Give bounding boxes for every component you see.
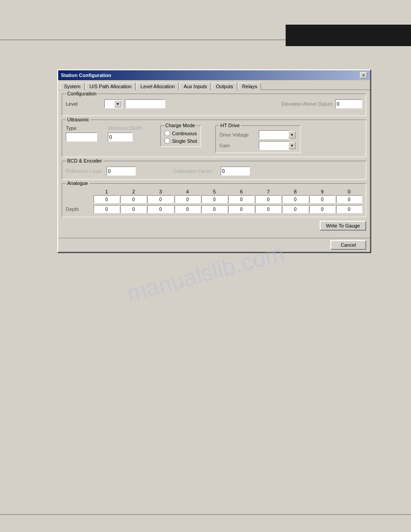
- top-bar-black: [286, 25, 411, 46]
- analogue-r1-c1[interactable]: [94, 195, 120, 203]
- analogue-r1-c10[interactable]: [336, 195, 362, 203]
- col-header-6: 6: [228, 189, 254, 194]
- col-header-7: 7: [255, 189, 281, 194]
- analogue-row1-label: [66, 195, 93, 203]
- top-bar: [0, 0, 411, 49]
- write-to-gauge-button[interactable]: Write To Gauge: [320, 221, 366, 231]
- col-header-5: 5: [201, 189, 227, 194]
- calibration-factor-input[interactable]: [221, 167, 250, 176]
- analogue-row1: [66, 195, 362, 203]
- drive-voltage-label: Drive Voltage: [219, 132, 255, 137]
- reference-level-input[interactable]: [107, 167, 136, 176]
- level-label: Level: [66, 101, 102, 107]
- title-bar: Station Configuration ×: [58, 70, 370, 80]
- reference-level-label: Reference Level: [66, 168, 104, 174]
- close-button[interactable]: ×: [360, 72, 367, 78]
- drive-voltage-wrapper: [259, 130, 296, 139]
- reference-level-row: Reference Level: [66, 167, 136, 176]
- analogue-r1-c6[interactable]: [228, 195, 254, 203]
- analogue-r2-c4[interactable]: [175, 205, 201, 213]
- analogue-numbers-row: 1 2 3 4 5 6 7 8 9 0: [66, 189, 362, 194]
- dialog-title: Station Configuration: [61, 73, 111, 78]
- continuous-radio[interactable]: [164, 130, 170, 136]
- analogue-r2-c5[interactable]: [201, 205, 227, 213]
- ht-drive-grid: Drive Voltage Gain: [219, 130, 296, 150]
- elevation-label: Elevation Above Datum: [282, 101, 333, 107]
- charge-mode-label: Charge Mode: [164, 123, 196, 128]
- col-header-8: 8: [282, 189, 308, 194]
- bottom-bar: [0, 514, 411, 532]
- level-row: Level: [66, 99, 165, 108]
- analogue-r2-c8[interactable]: [282, 205, 308, 213]
- analogue-r1-c9[interactable]: [309, 195, 335, 203]
- analogue-r2-c2[interactable]: [120, 205, 146, 213]
- analogue-r1-c5[interactable]: [201, 195, 227, 203]
- configuration-group: Configuration Level Elevation Above Datu…: [62, 94, 366, 116]
- analogue-r2-c9[interactable]: [309, 205, 335, 213]
- depth-label: Depth: [66, 205, 93, 213]
- level-select-wrapper: [104, 99, 122, 108]
- bcd-row: Reference Level Calibration Factor: [66, 167, 362, 176]
- elevation-input[interactable]: [335, 99, 362, 108]
- analogue-r1-c7[interactable]: [255, 195, 281, 203]
- calibration-factor-row: Calibration Factor: [173, 167, 250, 176]
- analogue-r1-c4[interactable]: [175, 195, 201, 203]
- analogue-r2-c10[interactable]: [336, 205, 362, 213]
- tab-us-path[interactable]: U/S Path Allocation: [86, 82, 136, 90]
- dialog-window: Station Configuration × System U/S Path …: [57, 69, 371, 253]
- tab-system[interactable]: System: [60, 82, 85, 90]
- ht-drive-group: HT Drive Drive Voltage Gain: [215, 125, 300, 153]
- analogue-r1-c3[interactable]: [147, 195, 173, 203]
- button-area: Cancel: [58, 238, 370, 252]
- cancel-button[interactable]: Cancel: [330, 240, 366, 250]
- analogue-r2-c7[interactable]: [255, 205, 281, 213]
- analogue-empty-header: [66, 189, 93, 194]
- charge-mode-radio-group: Continuous Single Shot: [164, 130, 197, 144]
- col-header-0: 0: [336, 189, 362, 194]
- gain-label: Gain: [219, 143, 255, 148]
- bcd-encoder-label: BCD & Encoder: [66, 158, 103, 163]
- min-depth-input[interactable]: [108, 133, 133, 142]
- analogue-group: Analogue 1 2 3 4 5 6 7 8 9 0: [62, 183, 366, 217]
- ultrasonic-group-label: Ultrasonic: [66, 117, 90, 122]
- analogue-r2-c6[interactable]: [228, 205, 254, 213]
- ultrasonic-row: Type Minimum Depth Charge Mode Continuou…: [66, 125, 362, 153]
- ultrasonic-group: Ultrasonic Type Minimum Depth Charge Mod…: [62, 120, 366, 157]
- tab-aux-inputs[interactable]: Aux Inputs: [180, 82, 211, 90]
- tab-relays[interactable]: Relays: [238, 82, 261, 90]
- gain-wrapper: [259, 141, 296, 150]
- write-gauge-area: Write To Gauge: [62, 221, 366, 231]
- level-select[interactable]: [104, 99, 122, 108]
- col-header-3: 3: [147, 189, 173, 194]
- bottom-bar-line: [0, 514, 411, 515]
- col-header-4: 4: [175, 189, 201, 194]
- single-shot-radio[interactable]: [164, 138, 170, 144]
- calibration-factor-label: Calibration Factor: [173, 168, 218, 174]
- analogue-r2-c1[interactable]: [94, 205, 120, 213]
- elevation-row: Elevation Above Datum: [282, 99, 362, 108]
- tab-bar: System U/S Path Allocation Level Allocat…: [58, 80, 370, 90]
- tab-outputs[interactable]: Outputs: [212, 82, 237, 90]
- type-label: Type: [66, 125, 97, 131]
- gain-select[interactable]: [259, 141, 290, 150]
- charge-mode-box: Charge Mode Continuous Single Shot: [160, 125, 201, 147]
- dialog-body: Configuration Level Elevation Above Datu…: [58, 90, 370, 236]
- ht-drive-label: HT Drive: [219, 123, 240, 128]
- continuous-radio-label[interactable]: Continuous: [164, 130, 197, 136]
- col-header-9: 9: [309, 189, 335, 194]
- min-depth-label: Minimum Depth: [108, 125, 142, 131]
- tab-level-allocation[interactable]: Level Allocation: [137, 82, 179, 90]
- level-input[interactable]: [125, 99, 165, 108]
- col-header-2: 2: [120, 189, 146, 194]
- type-col: Type: [66, 125, 97, 142]
- analogue-group-label: Analogue: [66, 180, 90, 186]
- type-input[interactable]: [66, 133, 97, 142]
- analogue-r1-c2[interactable]: [120, 195, 146, 203]
- analogue-r2-c3[interactable]: [147, 205, 173, 213]
- single-shot-radio-label[interactable]: Single Shot: [164, 138, 197, 144]
- drive-voltage-select[interactable]: [259, 130, 290, 139]
- min-depth-col: Minimum Depth: [108, 125, 142, 142]
- analogue-r1-c8[interactable]: [282, 195, 308, 203]
- configuration-group-label: Configuration: [66, 91, 98, 96]
- col-header-1: 1: [94, 189, 120, 194]
